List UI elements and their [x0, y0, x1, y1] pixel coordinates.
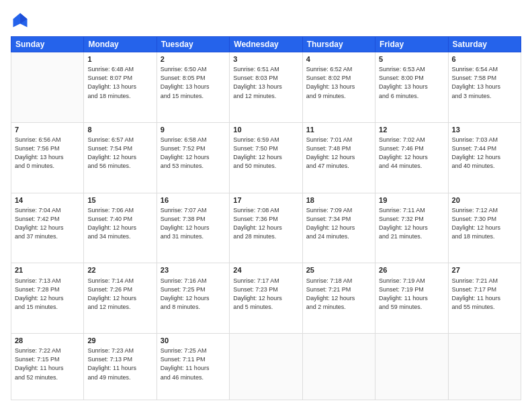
- day-number: 18: [306, 195, 371, 205]
- cell-info: Sunrise: 6:53 AMSunset: 8:00 PMDaylight:…: [379, 65, 444, 100]
- calendar-cell: 12Sunrise: 7:02 AMSunset: 7:46 PMDayligh…: [375, 122, 448, 193]
- calendar-cell: [302, 334, 375, 400]
- calendar-cell: 29Sunrise: 7:23 AMSunset: 7:13 PMDayligh…: [84, 334, 157, 400]
- cell-info: Sunrise: 6:50 AMSunset: 8:05 PMDaylight:…: [161, 65, 226, 100]
- day-number: 28: [15, 336, 80, 346]
- cell-info: Sunrise: 7:16 AMSunset: 7:25 PMDaylight:…: [161, 277, 226, 312]
- day-number: 16: [161, 195, 226, 205]
- day-number: 10: [233, 125, 298, 135]
- calendar-cell: [11, 52, 84, 123]
- day-number: 17: [233, 195, 298, 205]
- calendar-cell: 22Sunrise: 7:14 AMSunset: 7:26 PMDayligh…: [84, 263, 157, 334]
- cell-info: Sunrise: 6:58 AMSunset: 7:52 PMDaylight:…: [161, 136, 226, 171]
- cell-info: Sunrise: 7:14 AMSunset: 7:26 PMDaylight:…: [87, 277, 152, 312]
- cell-info: Sunrise: 6:54 AMSunset: 7:58 PMDaylight:…: [452, 65, 517, 100]
- calendar-cell: 1Sunrise: 6:48 AMSunset: 8:07 PMDaylight…: [84, 52, 157, 123]
- cell-info: Sunrise: 7:21 AMSunset: 7:17 PMDaylight:…: [452, 277, 517, 312]
- calendar-cell: 4Sunrise: 6:52 AMSunset: 8:02 PMDaylight…: [302, 52, 375, 123]
- calendar-cell: 11Sunrise: 7:01 AMSunset: 7:48 PMDayligh…: [302, 122, 375, 193]
- page: SundayMondayTuesdayWednesdayThursdayFrid…: [0, 0, 532, 411]
- calendar-cell: 27Sunrise: 7:21 AMSunset: 7:17 PMDayligh…: [448, 263, 521, 334]
- day-number: 20: [452, 195, 517, 205]
- calendar-cell: 24Sunrise: 7:17 AMSunset: 7:23 PMDayligh…: [230, 263, 302, 334]
- cell-info: Sunrise: 6:51 AMSunset: 8:03 PMDaylight:…: [233, 65, 298, 100]
- day-number: 19: [379, 195, 444, 205]
- cell-info: Sunrise: 7:03 AMSunset: 7:44 PMDaylight:…: [452, 136, 517, 171]
- calendar-cell: 30Sunrise: 7:25 AMSunset: 7:11 PMDayligh…: [157, 334, 229, 400]
- cell-info: Sunrise: 7:07 AMSunset: 7:38 PMDaylight:…: [161, 206, 226, 241]
- calendar-cell: 19Sunrise: 7:11 AMSunset: 7:32 PMDayligh…: [375, 193, 448, 263]
- cell-info: Sunrise: 7:25 AMSunset: 7:11 PMDaylight:…: [161, 347, 226, 381]
- logo: [11, 11, 32, 30]
- calendar-cell: 21Sunrise: 7:13 AMSunset: 7:28 PMDayligh…: [11, 263, 84, 334]
- calendar-cell: 16Sunrise: 7:07 AMSunset: 7:38 PMDayligh…: [157, 193, 229, 263]
- calendar-cell: 7Sunrise: 6:56 AMSunset: 7:56 PMDaylight…: [11, 122, 84, 193]
- calendar-cell: 3Sunrise: 6:51 AMSunset: 8:03 PMDaylight…: [230, 52, 302, 123]
- cell-info: Sunrise: 7:11 AMSunset: 7:32 PMDaylight:…: [379, 206, 444, 241]
- day-number: 25: [306, 265, 371, 275]
- calendar-table: SundayMondayTuesdayWednesdayThursdayFrid…: [11, 36, 521, 400]
- cell-info: Sunrise: 7:17 AMSunset: 7:23 PMDaylight:…: [233, 277, 298, 312]
- cell-info: Sunrise: 7:23 AMSunset: 7:13 PMDaylight:…: [87, 347, 152, 381]
- day-number: 13: [452, 125, 517, 135]
- calendar-cell: 13Sunrise: 7:03 AMSunset: 7:44 PMDayligh…: [448, 122, 521, 193]
- week-row-1: 1Sunrise: 6:48 AMSunset: 8:07 PMDaylight…: [11, 52, 521, 123]
- cell-info: Sunrise: 6:48 AMSunset: 8:07 PMDaylight:…: [87, 65, 152, 100]
- cell-info: Sunrise: 7:12 AMSunset: 7:30 PMDaylight:…: [452, 206, 517, 241]
- calendar-cell: 25Sunrise: 7:18 AMSunset: 7:21 PMDayligh…: [302, 263, 375, 334]
- day-number: 26: [379, 265, 444, 275]
- day-number: 1: [87, 54, 152, 64]
- calendar-cell: 23Sunrise: 7:16 AMSunset: 7:25 PMDayligh…: [157, 263, 229, 334]
- calendar-cell: 6Sunrise: 6:54 AMSunset: 7:58 PMDaylight…: [448, 52, 521, 123]
- cell-info: Sunrise: 7:13 AMSunset: 7:28 PMDaylight:…: [15, 277, 80, 312]
- logo-icon: [11, 11, 30, 30]
- day-number: 5: [379, 54, 444, 64]
- calendar-cell: 5Sunrise: 6:53 AMSunset: 8:00 PMDaylight…: [375, 52, 448, 123]
- week-row-3: 14Sunrise: 7:04 AMSunset: 7:42 PMDayligh…: [11, 193, 521, 263]
- day-number: 12: [379, 125, 444, 135]
- week-row-5: 28Sunrise: 7:22 AMSunset: 7:15 PMDayligh…: [11, 334, 521, 400]
- cell-info: Sunrise: 6:52 AMSunset: 8:02 PMDaylight:…: [306, 65, 371, 100]
- calendar-cell: 20Sunrise: 7:12 AMSunset: 7:30 PMDayligh…: [448, 193, 521, 263]
- day-number: 14: [15, 195, 80, 205]
- day-header-saturday: Saturday: [448, 37, 521, 52]
- header: [11, 11, 521, 30]
- day-number: 30: [161, 336, 226, 346]
- calendar-cell: [448, 334, 521, 400]
- day-number: 15: [87, 195, 152, 205]
- calendar-cell: 14Sunrise: 7:04 AMSunset: 7:42 PMDayligh…: [11, 193, 84, 263]
- day-number: 2: [161, 54, 226, 64]
- calendar-cell: 18Sunrise: 7:09 AMSunset: 7:34 PMDayligh…: [302, 193, 375, 263]
- day-header-friday: Friday: [375, 37, 448, 52]
- day-header-thursday: Thursday: [302, 37, 375, 52]
- day-number: 4: [306, 54, 371, 64]
- day-number: 8: [87, 125, 152, 135]
- calendar-cell: 28Sunrise: 7:22 AMSunset: 7:15 PMDayligh…: [11, 334, 84, 400]
- day-number: 3: [233, 54, 298, 64]
- calendar-header-row: SundayMondayTuesdayWednesdayThursdayFrid…: [11, 37, 521, 52]
- cell-info: Sunrise: 6:56 AMSunset: 7:56 PMDaylight:…: [15, 136, 80, 171]
- day-number: 27: [452, 265, 517, 275]
- day-number: 7: [15, 125, 80, 135]
- calendar-cell: 15Sunrise: 7:06 AMSunset: 7:40 PMDayligh…: [84, 193, 157, 263]
- week-row-4: 21Sunrise: 7:13 AMSunset: 7:28 PMDayligh…: [11, 263, 521, 334]
- day-number: 9: [161, 125, 226, 135]
- cell-info: Sunrise: 7:09 AMSunset: 7:34 PMDaylight:…: [306, 206, 371, 241]
- cell-info: Sunrise: 7:22 AMSunset: 7:15 PMDaylight:…: [15, 347, 80, 381]
- calendar-cell: [230, 334, 302, 400]
- day-number: 29: [87, 336, 152, 346]
- cell-info: Sunrise: 6:59 AMSunset: 7:50 PMDaylight:…: [233, 136, 298, 171]
- day-number: 6: [452, 54, 517, 64]
- cell-info: Sunrise: 6:57 AMSunset: 7:54 PMDaylight:…: [87, 136, 152, 171]
- week-row-2: 7Sunrise: 6:56 AMSunset: 7:56 PMDaylight…: [11, 122, 521, 193]
- cell-info: Sunrise: 7:04 AMSunset: 7:42 PMDaylight:…: [15, 206, 80, 241]
- day-number: 24: [233, 265, 298, 275]
- calendar-cell: 8Sunrise: 6:57 AMSunset: 7:54 PMDaylight…: [84, 122, 157, 193]
- day-number: 22: [87, 265, 152, 275]
- day-header-sunday: Sunday: [11, 37, 84, 52]
- day-number: 23: [161, 265, 226, 275]
- calendar-cell: 2Sunrise: 6:50 AMSunset: 8:05 PMDaylight…: [157, 52, 229, 123]
- calendar-cell: 9Sunrise: 6:58 AMSunset: 7:52 PMDaylight…: [157, 122, 229, 193]
- cell-info: Sunrise: 7:02 AMSunset: 7:46 PMDaylight:…: [379, 136, 444, 171]
- cell-info: Sunrise: 7:06 AMSunset: 7:40 PMDaylight:…: [87, 206, 152, 241]
